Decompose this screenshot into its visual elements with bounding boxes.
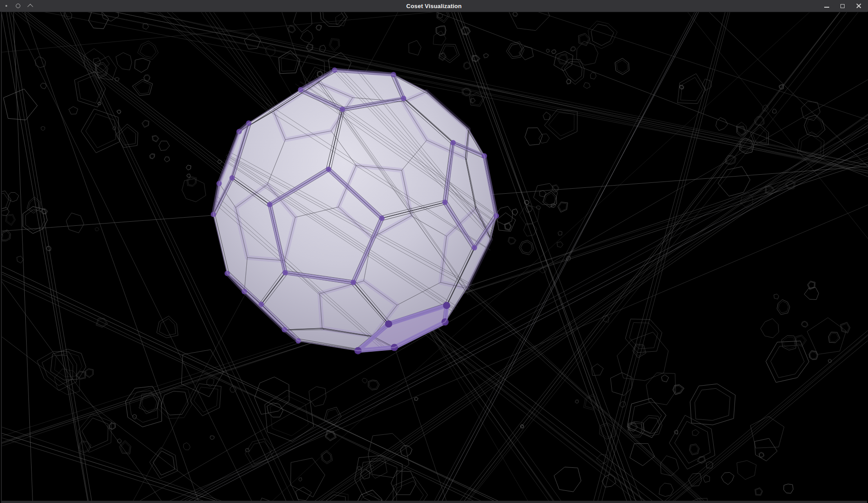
app-dot-icon [5, 5, 7, 7]
window-title: Coset Visualization [406, 3, 462, 9]
window-controls [824, 0, 862, 12]
maximize-icon [840, 4, 845, 8]
chevron-up-icon[interactable] [28, 4, 33, 9]
minimize-button[interactable] [824, 4, 829, 8]
maximize-button[interactable] [840, 4, 845, 8]
titlebar[interactable]: Coset Visualization [0, 0, 868, 12]
close-button[interactable] [856, 3, 862, 9]
viewport-3d[interactable] [1, 12, 867, 503]
app-window: Coset Visualization [0, 0, 868, 503]
record-circle-icon[interactable] [16, 4, 20, 8]
coset-3d-canvas[interactable] [2, 12, 868, 501]
titlebar-left-icons [5, 0, 33, 12]
close-icon [856, 3, 862, 9]
minimize-icon [824, 7, 829, 8]
